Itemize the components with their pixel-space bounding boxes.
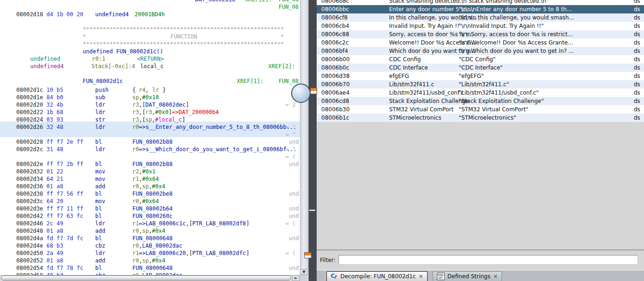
listing-token-byte[interactable]: ff f7 63 fc: [46, 212, 83, 220]
listing-token-byte[interactable]: ff f7 11 ff: [46, 205, 83, 212]
defined-string-row[interactable]: 08006bbcEnter any door number 5 to ..."\…: [316, 5, 644, 13]
listing-token-byte[interactable]: 2a 49: [46, 249, 63, 257]
listing-token-addr[interactable]: 08002d1c: [16, 86, 43, 94]
listing-token-byte[interactable]: 2c 49: [46, 220, 63, 227]
listing-token-byte[interactable]: ff f7 2b ff: [46, 160, 83, 168]
listing-token-byte[interactable]: 03 93: [46, 116, 63, 123]
listing-token-byte[interactable]: 10 b5: [46, 86, 63, 94]
listing-token-addr[interactable]: 08002d36: [16, 183, 43, 190]
defined-string-row[interactable]: 08006b30STM32 Virtual ComPort"STM32 Virt…: [316, 105, 644, 114]
listing-token-reg[interactable]: r3: [132, 109, 139, 116]
defined-string-row[interactable]: 08006cf8In this challenge, you would s..…: [316, 13, 644, 22]
listing-token-blk[interactable]: ,[: [139, 116, 145, 123]
listing-token-reg[interactable]: r3: [145, 109, 152, 116]
listing-token-typ[interactable]: undefined4: [30, 63, 64, 70]
listing-token-reg[interactable]: Stack[-0xc]:4: [91, 63, 135, 70]
listing-token-mn[interactable]: =>s__Enter_any_door_number_5_to_8_th_080…: [139, 123, 297, 131]
listing-token-green[interactable]: #0x4: [152, 183, 165, 190]
listing-token-reg[interactable]: r0: [132, 183, 139, 190]
listing-token-blk[interactable]: ]: [186, 101, 189, 109]
defined-string-row[interactable]: 08006cd8Stack Exploitation Challenge"Sta…: [316, 97, 644, 105]
listing-token-loc[interactable]: #local_c: [155, 116, 182, 123]
close-icon[interactable]: ×: [418, 274, 423, 279]
defined-string-row[interactable]: 08006ae4Lib/stm32f411/usbd_conf.c"Lib/st…: [316, 89, 644, 97]
listing-token-addr[interactable]: 08002d46: [16, 220, 43, 227]
listing-token-byte[interactable]: 32 4b: [46, 101, 63, 109]
listing-token-xref[interactable]: XREF[1]:: [237, 77, 264, 85]
listing-token-addr[interactable]: 08002d24: [16, 116, 43, 123]
listing-token-mn[interactable]: bl: [95, 138, 102, 146]
listing-token-reg[interactable]: r3: [132, 101, 139, 109]
listing-token-byte[interactable]: 32 48: [46, 123, 63, 131]
listing-token-addr[interactable]: 08002d20: [16, 101, 43, 109]
listing-token-mn[interactable]: bl: [95, 235, 102, 242]
listing-token-blk[interactable]: }: [163, 86, 166, 94]
listing-token-green[interactable]: #0x4: [152, 227, 165, 235]
listing-token-mn[interactable]: mov: [95, 168, 105, 175]
listing-token-addr[interactable]: 08002d28: [16, 138, 43, 146]
navigation-marker-margin[interactable]: [308, 0, 317, 281]
listing-token-byte[interactable]: fd f7 78 fc: [46, 264, 83, 272]
defined-string-row[interactable]: 08006b1cSTMicroelectronics"STMicroelectr…: [316, 114, 644, 122]
listing-token-mn[interactable]: str: [95, 116, 105, 123]
listing-token-mn[interactable]: ldr: [95, 109, 105, 116]
listing-token-blk[interactable]: local_c: [140, 63, 164, 70]
listing-token-byte[interactable]: fd f7 7d fc: [46, 235, 83, 242]
listing-token-red[interactable]: =>DAT_200000b4: [172, 109, 219, 116]
listing-token-addr[interactable]: 08002d54: [16, 264, 43, 272]
listing-token-xref[interactable]: FUN_08: [279, 3, 299, 11]
listing-token-reg[interactable]: r0: [132, 198, 139, 205]
bookmark-marker-icon[interactable]: [304, 252, 312, 258]
listing-token-mn[interactable]: bl: [95, 264, 102, 272]
listing-token-mn[interactable]: bl: [95, 212, 102, 220]
listing-token-teal[interactable]: <RETURN>: [137, 55, 164, 63]
listing-token-reg[interactable]: r0: [132, 146, 139, 153]
listing-token-mn[interactable]: undefined4: [95, 11, 129, 18]
listing-token-reg[interactable]: lr: [152, 86, 159, 94]
listing-token-addr[interactable]: 08002d50: [16, 249, 43, 257]
listing-token-mn[interactable]: =>LAB_08006c1c: [139, 220, 186, 227]
listing-token-mn[interactable]: mov: [95, 198, 105, 205]
listing-token-green[interactable]: #0x64: [142, 198, 159, 205]
listing-token-reg[interactable]: r0: [132, 227, 139, 235]
listing-token-mn[interactable]: PTR_LAB_08002df8: [192, 220, 246, 227]
listing-token-mn[interactable]: FUN_08002b64: [132, 205, 173, 212]
listing-token-mn[interactable]: DAT_08002d18: [195, 0, 235, 3]
listing-token-addr[interactable]: 08002d1e: [16, 94, 43, 101]
listing-token-mn[interactable]: FUN_08002be8: [132, 190, 173, 198]
listing-token-reg[interactable]: r0: [132, 123, 139, 131]
listing-token-mn[interactable]: bl: [95, 190, 102, 198]
listing-token-blk[interactable]: {: [132, 86, 136, 94]
listing-token-mn[interactable]: ldr: [95, 220, 105, 227]
listing-token-reg[interactable]: r4: [139, 86, 145, 94]
listing-token-mn[interactable]: sub: [95, 94, 105, 101]
listing-token-byte[interactable]: 84 b0: [46, 94, 63, 101]
listing-token-green[interactable]: #0x64: [142, 175, 159, 183]
listing-token-byte[interactable]: ff f7 56 ff: [46, 190, 83, 198]
listing-token-green[interactable]: #0x10: [142, 94, 159, 101]
listing-token-byte[interactable]: 1b 68: [46, 109, 63, 116]
listing-token-blk[interactable]: ]: [182, 116, 185, 123]
listing-token-byte[interactable]: 31 48: [46, 146, 63, 153]
listing-token-mn[interactable]: FUN_08002b88: [132, 160, 173, 168]
defined-string-row[interactable]: 08006cb4Invalid Input. Try Again !!"\r\n…: [316, 22, 644, 30]
listing-token-blk[interactable]: ,[: [139, 109, 145, 116]
listing-token-addr[interactable]: 08002d3c: [16, 198, 43, 205]
listing-token-byte[interactable]: 64 20: [46, 198, 63, 205]
listing-token-reg[interactable]: sp: [142, 257, 149, 264]
listing-token-reg[interactable]: r0: [132, 242, 139, 249]
listing-token-reg[interactable]: sp: [132, 94, 139, 101]
listing-token-addr[interactable]: 08002d32: [16, 168, 43, 175]
listing-token-byte[interactable]: 01 22: [46, 168, 63, 175]
listing-token-reg[interactable]: r1: [132, 249, 139, 257]
listing-token-xref[interactable]: FUN_08: [279, 0, 299, 3]
defined-string-row[interactable]: 08006d38efgEFG"efgEFG"ds: [316, 72, 644, 80]
navigation-lens-icon[interactable]: [291, 83, 311, 103]
listing-token-addr[interactable]: 08002d38: [16, 190, 43, 198]
listing-token-addr[interactable]: 08002d48: [16, 227, 43, 235]
listing-token-mn[interactable]: FUN_08002d1c: [83, 77, 123, 85]
defined-string-row[interactable]: 08006c88Sorry, access to door %s is r...…: [316, 30, 644, 38]
defined-string-row[interactable]: 08006b00CDC Config"CDC Config"ds: [316, 55, 644, 64]
defined-string-row[interactable]: 08006c2cWelcome!! Door %s Access G..."\r…: [316, 38, 644, 47]
listing-token-addr[interactable]: 08002d26: [16, 123, 43, 131]
